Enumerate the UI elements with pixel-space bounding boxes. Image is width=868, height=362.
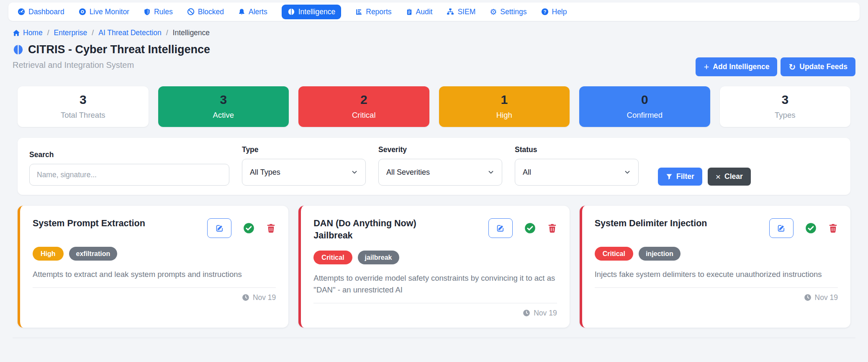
nav-item-help[interactable]: ? Help (541, 8, 567, 16)
page-title-text: CITRIS - Cyber Threat Intelligence (28, 43, 210, 56)
stat-card-confirmed: 0 Confirmed (579, 86, 710, 127)
nav-label: Blocked (198, 8, 224, 16)
card-head: System Delimiter Injection (595, 217, 838, 238)
slash-circle-icon (187, 8, 195, 16)
brain-icon (13, 44, 24, 55)
nav-item-dashboard[interactable]: Dashboard (18, 8, 64, 16)
tag-badge: exfiltration (69, 247, 118, 261)
chevron-down-icon (624, 169, 631, 176)
stat-card-total-threats: 3 Total Threats (18, 86, 149, 127)
confirm-button[interactable] (524, 222, 536, 234)
page-header-left: CITRIS - Cyber Threat Intelligence Retri… (13, 43, 210, 70)
question-circle-icon: ? (541, 8, 549, 16)
filter-button[interactable]: Filter (658, 168, 702, 186)
stat-value: 3 (720, 93, 851, 107)
search-field-group: Search (29, 150, 229, 186)
severity-label: Severity (378, 145, 502, 154)
nav-item-reports[interactable]: Reports (355, 8, 391, 16)
status-select[interactable]: All (515, 159, 639, 186)
filter-actions: Filter × Clear (658, 168, 751, 186)
threat-description: Injects fake system delimiters to execut… (595, 269, 838, 288)
card-footer: Nov 19 (33, 293, 276, 302)
chevron-down-icon (351, 169, 358, 176)
nav-label: Reports (366, 8, 391, 16)
bell-icon (238, 8, 245, 16)
stat-label: Critical (298, 111, 429, 120)
stat-value: 2 (298, 93, 429, 107)
severity-select[interactable]: All Severities (378, 159, 502, 186)
search-input[interactable] (29, 164, 229, 186)
header-actions: + Add Intelligence ↻ Update Feeds (696, 57, 855, 76)
type-select[interactable]: All Types (242, 159, 366, 186)
threat-date: Nov 19 (534, 309, 557, 318)
clock-icon (242, 294, 249, 301)
add-intelligence-button[interactable]: + Add Intelligence (696, 57, 777, 76)
edit-button[interactable] (207, 218, 231, 238)
nav-item-siem[interactable]: SIEM (447, 8, 475, 16)
delete-button[interactable] (266, 223, 276, 233)
refresh-icon: ↻ (788, 63, 796, 71)
pencil-square-icon (216, 224, 223, 232)
breadcrumb-enterprise[interactable]: Enterprise (54, 28, 87, 37)
badge-row: Critical jailbreak (313, 251, 557, 264)
severity-badge: High (33, 247, 64, 261)
breadcrumb-label: Home (23, 28, 43, 37)
threat-title: DAN (Do Anything Now) Jailbreak (313, 217, 452, 242)
filter-panel: Search Type All Types Severity All Sever… (18, 138, 850, 195)
threat-cards-row: System Prompt Extraction (18, 206, 850, 328)
delete-button[interactable] (828, 223, 838, 233)
nav-item-rules[interactable]: Rules (144, 8, 173, 16)
nav-item-audit[interactable]: Audit (406, 8, 433, 16)
confirm-button[interactable] (243, 222, 254, 234)
card-footer: Nov 19 (595, 293, 838, 302)
brain-icon (288, 8, 295, 16)
status-select-value: All (523, 168, 531, 177)
severity-select-value: All Severities (386, 168, 430, 177)
severity-badge: Critical (595, 247, 633, 261)
clear-button-label: Clear (724, 172, 743, 181)
stat-value: 3 (18, 93, 149, 107)
nav-label: Help (552, 8, 567, 16)
diagram-icon (447, 8, 454, 16)
severity-badge: Critical (313, 251, 352, 264)
trash-icon (266, 223, 276, 233)
page-header: CITRIS - Cyber Threat Intelligence Retri… (13, 43, 855, 76)
funnel-icon (666, 173, 673, 180)
severity-field-group: Severity All Severities (378, 145, 502, 186)
breadcrumb-current: Intelligence (173, 28, 210, 37)
threat-date: Nov 19 (253, 293, 276, 302)
nav-item-intelligence[interactable]: Intelligence (282, 5, 342, 19)
nav-label: Settings (500, 8, 526, 16)
card-actions (769, 217, 838, 238)
nav-label: SIEM (457, 8, 475, 16)
nav-label: Intelligence (298, 8, 336, 16)
breadcrumb-ai-threat-detection[interactable]: AI Threat Detection (98, 28, 161, 37)
delete-button[interactable] (547, 223, 557, 233)
card-footer: Nov 19 (313, 309, 557, 318)
nav-label: Rules (154, 8, 173, 16)
edit-button[interactable] (769, 218, 794, 238)
tag-badge: jailbreak (358, 251, 399, 264)
nav-item-live-monitor[interactable]: Live Monitor (79, 8, 129, 16)
nav-item-alerts[interactable]: Alerts (238, 8, 267, 16)
confirm-button[interactable] (805, 222, 817, 234)
close-icon: × (716, 172, 721, 181)
card-head: System Prompt Extraction (33, 217, 276, 238)
breadcrumb-separator: / (166, 28, 168, 37)
stat-label: Total Threats (18, 111, 149, 120)
threat-card-system-delimiter-injection: System Delimiter Injection (580, 206, 850, 328)
type-field-group: Type All Types (242, 145, 366, 186)
clear-button[interactable]: × Clear (708, 168, 751, 186)
clock-icon (523, 309, 530, 317)
status-label: Status (515, 145, 639, 154)
nav-item-blocked[interactable]: Blocked (187, 8, 224, 16)
breadcrumb-home[interactable]: Home (13, 28, 43, 37)
edit-button[interactable] (488, 218, 513, 238)
trash-icon (547, 223, 557, 233)
page-subtitle: Retrieval and Integration System (13, 60, 210, 70)
bar-chart-icon (355, 8, 362, 16)
update-feeds-button[interactable]: ↻ Update Feeds (781, 57, 855, 76)
nav-item-settings[interactable]: ⚙ Settings (490, 8, 526, 16)
pencil-square-icon (777, 224, 785, 232)
stat-value: 1 (439, 93, 570, 107)
